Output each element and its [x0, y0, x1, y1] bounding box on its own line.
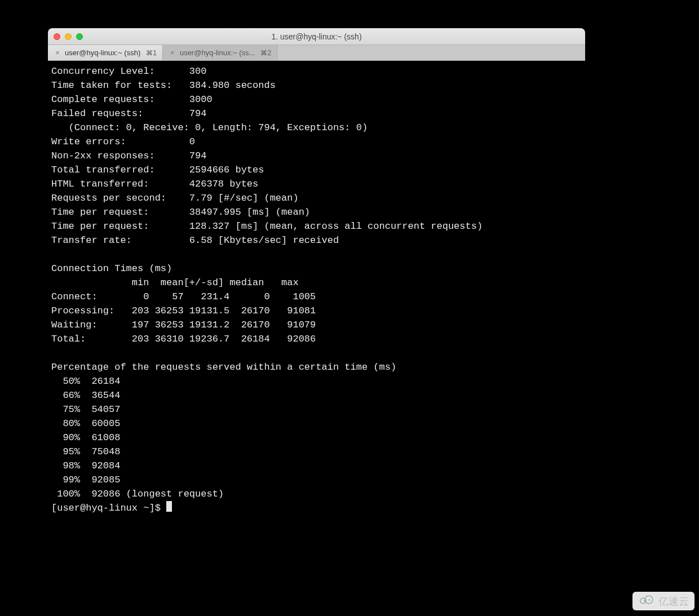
close-icon[interactable]	[54, 33, 60, 40]
window-controls	[54, 33, 83, 40]
svg-point-3	[649, 599, 651, 601]
minimize-icon[interactable]	[65, 33, 72, 40]
terminal-output[interactable]: Concurrency Level: 300 Time taken for te…	[48, 61, 585, 532]
watermark: 亿速云	[632, 592, 694, 610]
cursor-icon	[166, 501, 172, 512]
tab-shortcut: ⌘1	[146, 49, 157, 57]
cloud-icon	[638, 594, 655, 608]
tab-2[interactable]: × user@hyq-linux:~ (ss... ⌘2	[163, 45, 277, 60]
close-tab-icon[interactable]: ×	[54, 48, 61, 57]
tab-bar: × user@hyq-linux:~ (ssh) ⌘1 × user@hyq-l…	[48, 45, 585, 61]
titlebar[interactable]: 1. user@hyq-linux:~ (ssh)	[48, 28, 585, 45]
window-title: 1. user@hyq-linux:~ (ssh)	[48, 32, 585, 41]
svg-point-2	[644, 600, 645, 601]
tab-1[interactable]: × user@hyq-linux:~ (ssh) ⌘1	[48, 45, 163, 60]
zoom-icon[interactable]	[76, 33, 83, 40]
shell-prompt: [user@hyq-linux ~]$	[51, 503, 166, 513]
tab-label: user@hyq-linux:~ (ssh)	[65, 48, 140, 57]
close-tab-icon[interactable]: ×	[169, 48, 176, 57]
terminal-window: 1. user@hyq-linux:~ (ssh) × user@hyq-lin…	[48, 28, 585, 532]
tab-shortcut: ⌘2	[260, 49, 271, 57]
watermark-text: 亿速云	[658, 595, 689, 608]
tab-label: user@hyq-linux:~ (ss...	[180, 48, 255, 57]
